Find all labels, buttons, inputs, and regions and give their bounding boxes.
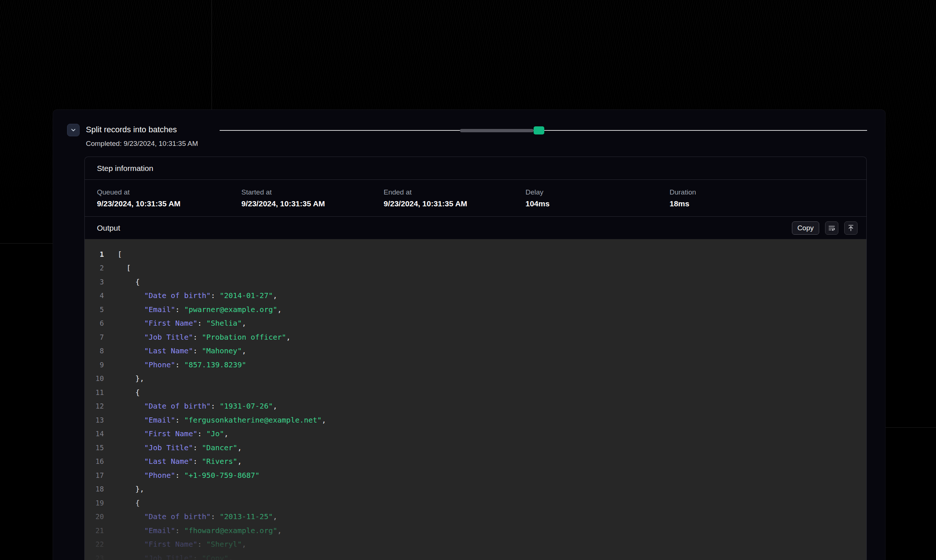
scroll-to-top-icon <box>847 225 854 232</box>
code-text: { <box>117 498 140 507</box>
code-line: 22 "First Name": "Sheryl", <box>85 537 866 552</box>
code-line: 9 "Phone": "857.139.8239" <box>85 358 866 372</box>
code-line: 14 "First Name": "Jo", <box>85 427 866 441</box>
code-text: [ <box>117 250 122 258</box>
wrap-text-icon <box>828 225 835 232</box>
step-info-field-started-at: Started at9/23/2024, 10:31:35 AM <box>242 188 383 208</box>
step-information-title: Step information <box>97 164 153 173</box>
output-actions: Copy <box>792 222 857 235</box>
step-information-header: Step information <box>85 157 866 180</box>
field-value: 9/23/2024, 10:31:35 AM <box>383 199 525 208</box>
code-text: "Job Title": "Dancer", <box>117 443 242 452</box>
code-text: { <box>117 388 140 397</box>
line-number: 9 <box>85 361 104 369</box>
line-number: 7 <box>85 333 104 341</box>
step-completed-timestamp: Completed: 9/23/2024, 10:31:35 AM <box>86 140 198 148</box>
field-label: Duration <box>670 188 866 196</box>
code-text: }, <box>117 374 144 383</box>
code-line: 16 "Last Name": "Rivers", <box>85 455 866 469</box>
code-text: "Email": "fhoward@example.org", <box>117 526 282 535</box>
code-line: 12 "Date of birth": "1931-07-26", <box>85 399 866 413</box>
line-number: 5 <box>85 305 104 314</box>
line-number: 3 <box>85 278 104 286</box>
code-line: 13 "Email": "fergusonkatherine@example.n… <box>85 413 866 427</box>
line-number: 17 <box>85 471 104 479</box>
code-text: "Email": "pwarner@example.org", <box>117 305 282 314</box>
code-text: "First Name": "Sheryl", <box>117 540 246 549</box>
line-number: 21 <box>85 526 104 535</box>
code-text: "Email": "fergusonkatherine@example.net"… <box>117 415 326 425</box>
code-line: 4 "Date of birth": "2014-01-27", <box>85 289 866 303</box>
line-number: 18 <box>85 485 104 493</box>
code-line: 21 "Email": "fhoward@example.org", <box>85 523 866 537</box>
code-text: "Date of birth": "1931-07-26", <box>117 402 277 411</box>
step-info-field-duration: Duration18ms <box>670 188 866 208</box>
code-text: "Phone": "+1-950-759-8687" <box>117 471 259 480</box>
code-text: "Job Title": "Copy", <box>117 554 233 560</box>
code-line: 8 "Last Name": "Mahoney", <box>85 344 866 358</box>
step-info-field-queued-at: Queued at9/23/2024, 10:31:35 AM <box>97 188 242 208</box>
background-gridline-vertical <box>211 0 212 109</box>
code-line: 3 { <box>85 275 866 289</box>
code-line: 1[ <box>85 247 866 261</box>
line-number: 11 <box>85 388 104 397</box>
step-info-field-ended-at: Ended at9/23/2024, 10:31:35 AM <box>383 188 525 208</box>
field-value: 18ms <box>670 199 866 208</box>
line-number: 14 <box>85 429 104 438</box>
field-value: 9/23/2024, 10:31:35 AM <box>97 199 242 208</box>
scroll-to-top-button[interactable] <box>844 222 857 235</box>
code-line: 10 }, <box>85 372 866 386</box>
line-number: 4 <box>85 291 104 300</box>
line-number: 23 <box>85 554 104 560</box>
code-line: 17 "Phone": "+1-950-759-8687" <box>85 468 866 482</box>
line-number: 15 <box>85 443 104 452</box>
code-line: 19 { <box>85 496 866 510</box>
line-number: 2 <box>85 264 104 272</box>
line-number: 22 <box>85 540 104 548</box>
code-line: 11 { <box>85 385 866 399</box>
code-line: 20 "Date of birth": "2013-11-25", <box>85 510 866 524</box>
step-detail-panel: Split records into batches Completed: 9/… <box>53 109 885 560</box>
chevron-down-icon <box>70 127 77 133</box>
code-text: { <box>117 277 140 286</box>
field-value: 9/23/2024, 10:31:35 AM <box>242 199 383 208</box>
field-label: Started at <box>242 188 383 196</box>
copy-button[interactable]: Copy <box>792 222 819 235</box>
output-toolbar: Output Copy <box>85 217 866 239</box>
code-text: "First Name": "Jo", <box>117 429 228 438</box>
collapse-step-button[interactable] <box>67 124 80 136</box>
code-text: "First Name": "Shelia", <box>117 319 246 328</box>
code-text: "Date of birth": "2013-11-25", <box>117 512 277 521</box>
code-text: [ <box>117 263 131 272</box>
code-lines: 1[2 [3 {4 "Date of birth": "2014-01-27",… <box>85 247 866 560</box>
code-text: "Last Name": "Mahoney", <box>117 346 246 355</box>
output-code-viewer[interactable]: 1[2 [3 {4 "Date of birth": "2014-01-27",… <box>85 239 866 560</box>
line-number: 16 <box>85 457 104 465</box>
background-gridline-left <box>0 243 53 243</box>
code-line: 23 "Job Title": "Copy", <box>85 551 866 560</box>
code-text: "Job Title": "Probation officer", <box>117 333 291 342</box>
step-information-card: Step information Queued at9/23/2024, 10:… <box>85 157 867 560</box>
field-label: Delay <box>525 188 670 196</box>
step-timeline[interactable] <box>220 126 867 135</box>
timeline-delay-segment <box>460 129 534 132</box>
step-info-fields: Queued at9/23/2024, 10:31:35 AMStarted a… <box>85 180 866 217</box>
code-line: 2 [ <box>85 261 866 275</box>
code-text: "Date of birth": "2014-01-27", <box>117 291 277 300</box>
code-text: "Phone": "857.139.8239" <box>117 360 246 369</box>
code-line: 7 "Job Title": "Probation officer", <box>85 330 866 344</box>
code-line: 5 "Email": "pwarner@example.org", <box>85 303 866 317</box>
field-label: Ended at <box>383 188 525 196</box>
line-number: 6 <box>85 319 104 327</box>
code-line: 15 "Job Title": "Dancer", <box>85 441 866 455</box>
code-line: 18 }, <box>85 482 866 496</box>
line-number: 10 <box>85 374 104 382</box>
timeline-step-marker[interactable] <box>534 126 544 134</box>
step-info-field-delay: Delay104ms <box>525 188 670 208</box>
background-gridline-right <box>885 428 936 428</box>
line-number: 19 <box>85 499 104 507</box>
wrap-text-button[interactable] <box>825 222 838 235</box>
code-text: "Last Name": "Rivers", <box>117 457 242 466</box>
code-line: 6 "First Name": "Shelia", <box>85 317 866 331</box>
line-number: 13 <box>85 416 104 424</box>
